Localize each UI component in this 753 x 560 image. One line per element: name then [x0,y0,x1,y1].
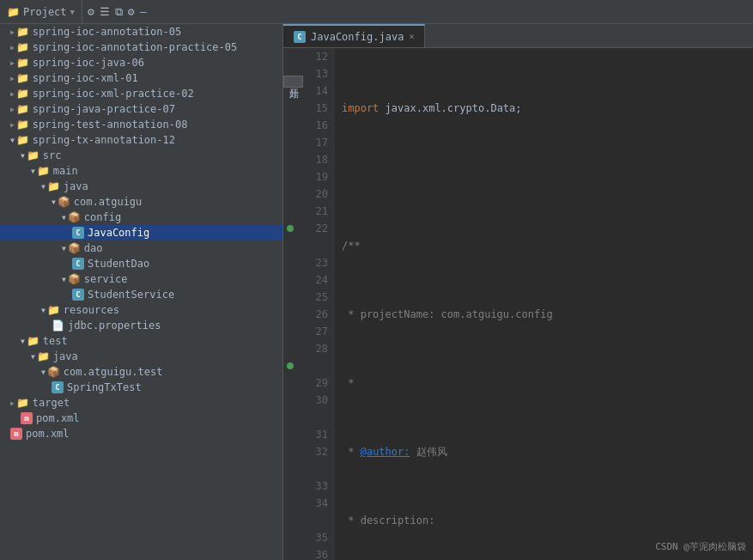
code-content[interactable]: import javax.xml.crypto.Data; /** * proj… [335,48,753,560]
package-dao-icon: 📦 [68,242,81,254]
code-line-12: import javax.xml.crypto.Data; [342,100,746,117]
code-line-16: * [342,374,746,392]
gutter-18 [283,151,297,168]
split-icon[interactable]: ⧉ [115,5,123,19]
folder-java-icon: 📁 [47,180,60,192]
sidebar-item-service[interactable]: ▼ 📦 service [0,271,282,287]
sidebar-item-javaconfig[interactable]: C JavaConfig [0,225,282,240]
sidebar-item-test-annotation-08[interactable]: ▶ 📁 spring-test-annotation-08 [0,117,282,132]
list-icon[interactable]: ☰ [100,5,110,18]
tab-close-icon[interactable]: × [409,32,414,41]
module-icon6: 📁 [16,103,29,115]
ln-21: 21 [304,203,328,220]
gutter-26 [283,306,297,323]
ln-22: 22 [304,220,328,237]
package-test-icon: 📦 [47,366,60,378]
package-config-icon: 📦 [68,211,81,223]
gutter-20 [283,186,297,203]
module-icon5: 📁 [16,88,29,100]
package-service-icon: 📦 [68,273,81,285]
ln-22b [304,237,328,254]
start-button[interactable]: 开始 [283,76,303,88]
gutter-16 [283,117,297,134]
module-icon3: 📁 [16,57,29,69]
sidebar-item-java[interactable]: ▼ 📁 java [0,179,282,194]
gutter-35 [283,529,297,546]
ln-19: 19 [304,168,328,186]
ln-35: 35 [304,529,328,546]
code-editor[interactable]: 12 13 14 15 16 17 18 19 20 21 22 23 24 2… [283,48,753,560]
ln-23: 23 [304,254,328,271]
chevron-right-target: ▶ [10,399,15,407]
tab-bar: C JavaConfig.java × [283,24,753,48]
sidebar-item-java-test[interactable]: ▼ 📁 java [0,349,282,364]
chevron-down-java-test: ▼ [31,353,35,361]
sidebar-item-java-practice-07[interactable]: ▶ 📁 spring-java-practice-07 [0,101,282,117]
gutter-31 [283,426,297,443]
gutter-12 [283,48,297,65]
ln-31: 31 [304,426,328,443]
sidebar-item-xml-practice-02[interactable]: ▶ 📁 spring-ioc-xml-practice-02 [0,86,282,101]
sidebar-item-config[interactable]: ▼ 📦 config [0,210,282,225]
ln-30: 30 [304,392,328,409]
ln-32: 32 [304,443,328,460]
chevron-down-config: ▼ [62,214,66,222]
line-numbers: 12 13 14 15 16 17 18 19 20 21 22 23 24 2… [297,48,335,560]
sidebar-item-test[interactable]: ▼ 📁 test [0,333,282,349]
chevron-right-icon6: ▶ [10,106,15,113]
sidebar-item-pom-module[interactable]: m pom.xml [0,411,282,426]
tab-javaconfig[interactable]: C JavaConfig.java × [283,24,425,47]
gutter-15 [283,100,297,117]
ln-15: 15 [304,100,328,117]
class-c-icon: C [72,227,84,239]
sidebar-item-resources[interactable]: ▼ 📁 resources [0,302,282,318]
folder-resources-icon: 📁 [47,304,60,316]
sidebar-item-tx-annotation-12[interactable]: ▼ 📁 spring-tx-annotation-12 [0,132,282,148]
minus-icon[interactable]: — [140,5,147,18]
ln-33: 33 [304,478,328,495]
sidebar-item-src[interactable]: ▼ 📁 src [0,148,282,163]
ln-13: 13 [304,65,328,82]
sidebar-item-com-atguigu-test[interactable]: ▼ 📦 com.atguigu.test [0,364,282,380]
sidebar-item-jdbc-properties[interactable]: 📄 jdbc.properties [0,318,282,333]
folder-icon: 📁 [7,6,20,18]
class-c-dao-icon: C [72,258,84,270]
chevron-down-icon: ▼ [10,137,15,144]
sidebar-item-springtxtest[interactable]: C SpringTxTest [0,380,282,395]
sidebar-item-annotation-practice-05[interactable]: ▶ 📁 spring-ioc-annotation-practice-05 [0,40,282,55]
ln-30b [304,409,328,426]
class-c-test-icon: C [52,381,64,393]
ln-17: 17 [304,134,328,151]
project-label[interactable]: 📁 Project ▼ [0,0,82,23]
chevron-down-main: ▼ [31,167,35,175]
ln-16: 16 [304,117,328,134]
gutter-21 [283,203,297,220]
sidebar-item-main[interactable]: ▼ 📁 main [0,163,282,179]
chevron-right-icon4: ▶ [10,75,15,82]
sidebar-item-dao[interactable]: ▼ 📦 dao [0,240,282,256]
folder-java-test-icon: 📁 [37,350,50,362]
ln-28b [304,357,328,374]
ln-14: 14 [304,82,328,100]
ln-12: 12 [304,48,328,65]
gutter-30a [283,392,297,409]
gutter-23 [283,254,297,271]
chevron-down-dao: ▼ [62,245,66,253]
sidebar-item-java-06[interactable]: ▶ 📁 spring-ioc-java-06 [0,55,282,70]
code-line-14: /** [342,237,746,254]
gutter-34b [283,512,297,529]
sidebar-item-annotation-05[interactable]: ▶ 📁 spring-ioc-annotation-05 [0,24,282,40]
chevron-down-test: ▼ [21,338,25,345]
class-c-service-icon: C [72,289,84,301]
sidebar-item-target[interactable]: ▶ 📁 target [0,395,282,411]
sidebar-item-com-atguigu[interactable]: ▼ 📦 com.atguigu [0,194,282,210]
top-bar: 📁 Project ▼ ⚙ ☰ ⧉ ⚙ — [0,0,753,24]
sidebar-item-studentservice[interactable]: C StudentService [0,287,282,302]
folder-main-icon: 📁 [37,165,50,177]
sidebar-item-pom-root[interactable]: m pom.xml [0,426,282,441]
gutter-36 [283,546,297,560]
sidebar-item-xml-01[interactable]: ▶ 📁 spring-ioc-xml-01 [0,70,282,86]
gear-icon[interactable]: ⚙ [128,5,135,18]
sidebar-item-studentdao[interactable]: C StudentDao [0,256,282,271]
settings-icon[interactable]: ⚙ [88,5,94,18]
